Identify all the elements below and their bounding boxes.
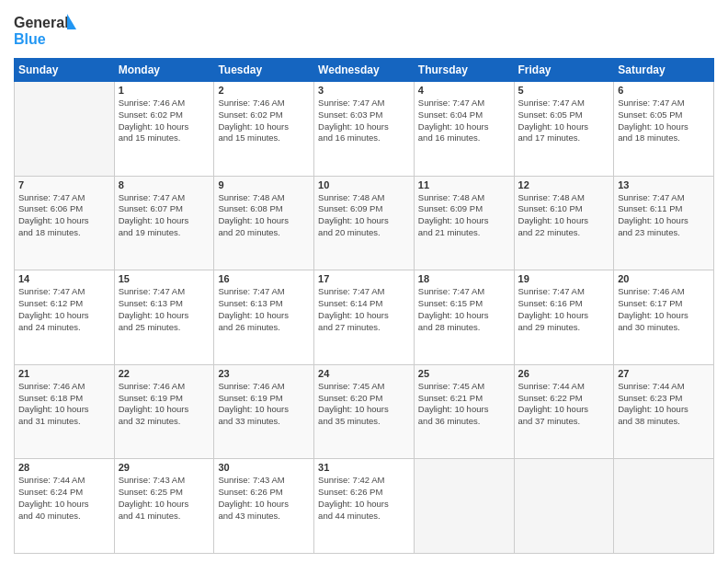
day-info: Sunrise: 7:46 AM Sunset: 6:19 PM Dayligh… bbox=[119, 381, 210, 428]
day-number: 31 bbox=[318, 462, 410, 473]
day-number: 30 bbox=[218, 462, 310, 473]
day-cell: 9Sunrise: 7:48 AM Sunset: 6:08 PM Daylig… bbox=[214, 176, 314, 270]
day-number: 14 bbox=[18, 273, 110, 284]
day-cell: 23Sunrise: 7:46 AM Sunset: 6:19 PM Dayli… bbox=[214, 364, 314, 459]
day-cell: 21Sunrise: 7:46 AM Sunset: 6:18 PM Dayli… bbox=[15, 364, 115, 459]
day-cell: 10Sunrise: 7:48 AM Sunset: 6:09 PM Dayli… bbox=[314, 176, 415, 270]
day-info: Sunrise: 7:45 AM Sunset: 6:20 PM Dayligh… bbox=[318, 381, 410, 428]
day-number: 8 bbox=[119, 179, 210, 190]
day-number: 5 bbox=[518, 85, 610, 96]
logo-svg: GeneralBlue bbox=[14, 9, 78, 51]
day-info: Sunrise: 7:48 AM Sunset: 6:08 PM Dayligh… bbox=[218, 192, 310, 239]
day-info: Sunrise: 7:46 AM Sunset: 6:02 PM Dayligh… bbox=[218, 98, 310, 144]
day-number: 13 bbox=[618, 179, 710, 190]
day-cell: 16Sunrise: 7:47 AM Sunset: 6:13 PM Dayli… bbox=[214, 270, 314, 365]
calendar-table: SundayMondayTuesdayWednesdayThursdayFrid… bbox=[14, 58, 714, 554]
day-number: 1 bbox=[119, 85, 210, 96]
calendar-body: 1Sunrise: 7:46 AM Sunset: 6:02 PM Daylig… bbox=[15, 82, 714, 554]
day-cell: 15Sunrise: 7:47 AM Sunset: 6:13 PM Dayli… bbox=[114, 270, 214, 365]
day-cell: 2Sunrise: 7:46 AM Sunset: 6:02 PM Daylig… bbox=[214, 82, 314, 177]
day-cell: 20Sunrise: 7:46 AM Sunset: 6:17 PM Dayli… bbox=[614, 270, 714, 365]
day-info: Sunrise: 7:48 AM Sunset: 6:10 PM Dayligh… bbox=[518, 192, 610, 239]
header-cell-saturday: Saturday bbox=[614, 59, 714, 82]
day-number: 24 bbox=[318, 368, 410, 379]
day-number: 3 bbox=[318, 85, 410, 96]
day-cell: 4Sunrise: 7:47 AM Sunset: 6:04 PM Daylig… bbox=[414, 82, 514, 177]
day-number: 9 bbox=[218, 179, 310, 190]
day-cell bbox=[614, 459, 714, 554]
day-info: Sunrise: 7:46 AM Sunset: 6:18 PM Dayligh… bbox=[18, 381, 110, 428]
day-info: Sunrise: 7:44 AM Sunset: 6:24 PM Dayligh… bbox=[18, 475, 110, 522]
day-info: Sunrise: 7:46 AM Sunset: 6:02 PM Dayligh… bbox=[119, 98, 210, 144]
day-info: Sunrise: 7:47 AM Sunset: 6:13 PM Dayligh… bbox=[119, 286, 210, 333]
day-info: Sunrise: 7:47 AM Sunset: 6:15 PM Dayligh… bbox=[418, 286, 510, 333]
day-cell: 24Sunrise: 7:45 AM Sunset: 6:20 PM Dayli… bbox=[314, 364, 415, 459]
header-cell-thursday: Thursday bbox=[414, 59, 514, 82]
logo: GeneralBlue bbox=[14, 9, 78, 51]
day-number: 19 bbox=[518, 273, 610, 284]
day-cell: 3Sunrise: 7:47 AM Sunset: 6:03 PM Daylig… bbox=[314, 82, 415, 177]
day-cell: 27Sunrise: 7:44 AM Sunset: 6:23 PM Dayli… bbox=[614, 364, 714, 459]
day-info: Sunrise: 7:46 AM Sunset: 6:17 PM Dayligh… bbox=[618, 286, 710, 333]
day-cell: 11Sunrise: 7:48 AM Sunset: 6:09 PM Dayli… bbox=[414, 176, 514, 270]
day-cell: 14Sunrise: 7:47 AM Sunset: 6:12 PM Dayli… bbox=[15, 270, 115, 365]
day-cell: 19Sunrise: 7:47 AM Sunset: 6:16 PM Dayli… bbox=[514, 270, 614, 365]
day-cell: 7Sunrise: 7:47 AM Sunset: 6:06 PM Daylig… bbox=[15, 176, 115, 270]
header-cell-wednesday: Wednesday bbox=[314, 59, 415, 82]
day-info: Sunrise: 7:43 AM Sunset: 6:25 PM Dayligh… bbox=[119, 475, 210, 522]
week-row-4: 21Sunrise: 7:46 AM Sunset: 6:18 PM Dayli… bbox=[15, 364, 714, 459]
day-number: 20 bbox=[618, 273, 710, 284]
day-info: Sunrise: 7:47 AM Sunset: 6:04 PM Dayligh… bbox=[418, 98, 510, 144]
week-row-2: 7Sunrise: 7:47 AM Sunset: 6:06 PM Daylig… bbox=[15, 176, 714, 270]
day-number: 26 bbox=[518, 368, 610, 379]
week-row-1: 1Sunrise: 7:46 AM Sunset: 6:02 PM Daylig… bbox=[15, 82, 714, 177]
svg-text:Blue: Blue bbox=[14, 31, 46, 47]
day-info: Sunrise: 7:47 AM Sunset: 6:13 PM Dayligh… bbox=[218, 286, 310, 333]
day-info: Sunrise: 7:47 AM Sunset: 6:14 PM Dayligh… bbox=[318, 286, 410, 333]
day-cell bbox=[15, 82, 115, 177]
day-number: 2 bbox=[218, 85, 310, 96]
day-info: Sunrise: 7:44 AM Sunset: 6:23 PM Dayligh… bbox=[618, 381, 710, 428]
day-number: 15 bbox=[119, 273, 210, 284]
calendar-thead: SundayMondayTuesdayWednesdayThursdayFrid… bbox=[15, 59, 714, 82]
header-cell-monday: Monday bbox=[114, 59, 214, 82]
day-cell: 18Sunrise: 7:47 AM Sunset: 6:15 PM Dayli… bbox=[414, 270, 514, 365]
header-cell-friday: Friday bbox=[514, 59, 614, 82]
day-info: Sunrise: 7:47 AM Sunset: 6:16 PM Dayligh… bbox=[518, 286, 610, 333]
day-info: Sunrise: 7:43 AM Sunset: 6:26 PM Dayligh… bbox=[218, 475, 310, 522]
day-cell bbox=[414, 459, 514, 554]
day-number: 28 bbox=[18, 462, 110, 473]
day-cell: 6Sunrise: 7:47 AM Sunset: 6:05 PM Daylig… bbox=[614, 82, 714, 177]
svg-text:General: General bbox=[14, 15, 69, 30]
day-number: 11 bbox=[418, 179, 510, 190]
day-cell: 12Sunrise: 7:48 AM Sunset: 6:10 PM Dayli… bbox=[514, 176, 614, 270]
week-row-3: 14Sunrise: 7:47 AM Sunset: 6:12 PM Dayli… bbox=[15, 270, 714, 365]
day-info: Sunrise: 7:47 AM Sunset: 6:11 PM Dayligh… bbox=[618, 192, 710, 239]
day-cell: 26Sunrise: 7:44 AM Sunset: 6:22 PM Dayli… bbox=[514, 364, 614, 459]
day-info: Sunrise: 7:47 AM Sunset: 6:05 PM Dayligh… bbox=[618, 98, 710, 144]
day-number: 25 bbox=[418, 368, 510, 379]
header: GeneralBlue bbox=[14, 9, 714, 51]
day-info: Sunrise: 7:42 AM Sunset: 6:26 PM Dayligh… bbox=[318, 475, 410, 522]
day-cell: 5Sunrise: 7:47 AM Sunset: 6:05 PM Daylig… bbox=[514, 82, 614, 177]
day-cell: 29Sunrise: 7:43 AM Sunset: 6:25 PM Dayli… bbox=[114, 459, 214, 554]
day-cell: 31Sunrise: 7:42 AM Sunset: 6:26 PM Dayli… bbox=[314, 459, 415, 554]
day-cell: 13Sunrise: 7:47 AM Sunset: 6:11 PM Dayli… bbox=[614, 176, 714, 270]
day-info: Sunrise: 7:47 AM Sunset: 6:12 PM Dayligh… bbox=[18, 286, 110, 333]
day-cell: 17Sunrise: 7:47 AM Sunset: 6:14 PM Dayli… bbox=[314, 270, 415, 365]
day-info: Sunrise: 7:47 AM Sunset: 6:06 PM Dayligh… bbox=[18, 192, 110, 239]
day-info: Sunrise: 7:45 AM Sunset: 6:21 PM Dayligh… bbox=[418, 381, 510, 428]
day-number: 12 bbox=[518, 179, 610, 190]
day-number: 17 bbox=[318, 273, 410, 284]
day-number: 16 bbox=[218, 273, 310, 284]
day-number: 23 bbox=[218, 368, 310, 379]
header-row: SundayMondayTuesdayWednesdayThursdayFrid… bbox=[15, 59, 714, 82]
day-cell: 25Sunrise: 7:45 AM Sunset: 6:21 PM Dayli… bbox=[414, 364, 514, 459]
day-number: 7 bbox=[18, 179, 110, 190]
day-number: 6 bbox=[618, 85, 710, 96]
day-cell: 22Sunrise: 7:46 AM Sunset: 6:19 PM Dayli… bbox=[114, 364, 214, 459]
day-number: 29 bbox=[119, 462, 210, 473]
header-cell-tuesday: Tuesday bbox=[214, 59, 314, 82]
day-info: Sunrise: 7:47 AM Sunset: 6:05 PM Dayligh… bbox=[518, 98, 610, 144]
day-info: Sunrise: 7:46 AM Sunset: 6:19 PM Dayligh… bbox=[218, 381, 310, 428]
